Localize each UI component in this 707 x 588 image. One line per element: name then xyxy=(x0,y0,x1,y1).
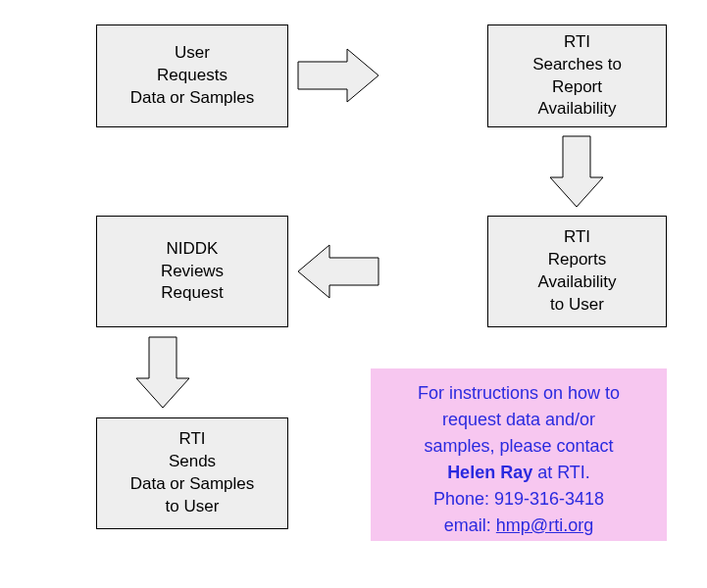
box-rti-report: RTI Reports Availability to User xyxy=(487,216,667,327)
info-line: request data and/or xyxy=(442,410,595,429)
arrow-down-icon xyxy=(546,132,607,211)
info-line: For instructions on how to xyxy=(418,383,620,403)
svg-marker-2 xyxy=(298,245,379,298)
svg-marker-1 xyxy=(550,136,603,207)
arrow-down-icon xyxy=(132,333,193,412)
email-link[interactable]: hmp@rti.org xyxy=(496,515,593,535)
contact-name: Helen Ray xyxy=(447,463,532,482)
box-rti-search: RTI Searches to Report Availability xyxy=(487,24,667,127)
box-user-request: User Requests Data or Samples xyxy=(96,24,288,127)
info-line: samples, please contact xyxy=(424,436,613,456)
contact-info-box: For instructions on how to request data … xyxy=(371,368,667,541)
box-niddk-review: NIDDK Reviews Request xyxy=(96,216,288,327)
email-label: email: xyxy=(444,515,496,535)
arrow-left-icon xyxy=(294,241,382,302)
box-rti-send: RTI Sends Data or Samples to User xyxy=(96,417,288,529)
info-line: at RTI. xyxy=(532,463,590,482)
svg-marker-0 xyxy=(298,49,379,102)
phone-line: Phone: 919-316-3418 xyxy=(433,489,604,509)
arrow-right-icon xyxy=(294,45,382,106)
svg-marker-3 xyxy=(136,337,189,408)
